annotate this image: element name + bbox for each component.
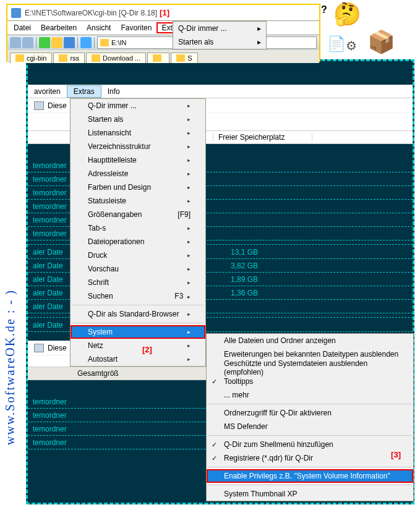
folder-icon	[59, 54, 67, 62]
mi-statusleiste[interactable]: Statusleiste▸	[71, 194, 205, 208]
tab-bar: cgi-bin rss Download ... S	[7, 49, 319, 63]
menu-favoriten-partial[interactable]: avoriten	[28, 86, 67, 97]
mi-starten-als[interactable]: Starten als▸	[173, 35, 266, 49]
row-temordner[interactable]: temordner	[33, 411, 156, 420]
app-icon	[11, 8, 21, 18]
col-header-freespace[interactable]: Freier Speicherplatz	[213, 133, 312, 142]
checkmark-icon: ✓	[212, 441, 217, 449]
system-submenu: Alle Dateien und Ordner anzeigen Erweite…	[206, 333, 414, 501]
tb-green-icon[interactable]	[39, 37, 50, 48]
mi-tabs[interactable]: Tab-s▸	[71, 221, 205, 235]
panel-menubar: avoriten Extras Info	[28, 85, 413, 98]
annotation-3: [3]	[391, 450, 401, 459]
menu-ansicht[interactable]: Ansicht	[82, 22, 116, 33]
annotation-2: [2]	[142, 345, 152, 354]
annotation-1: [1]	[160, 8, 169, 17]
mi-tooltipps[interactable]: ✓Tooltipps	[207, 375, 413, 388]
folder-icon	[100, 39, 109, 46]
mi-ordnerzugriff[interactable]: Ordnerzugriff für Q-Dir aktivieren	[207, 406, 413, 420]
mi-suchen[interactable]: SuchenF3 ▸	[71, 289, 205, 303]
mi-autostart[interactable]: Autostart▸	[71, 352, 205, 366]
menu-bearbeiten[interactable]: Bearbeiten	[36, 22, 82, 33]
mi-mehr[interactable]: ... mehr	[207, 388, 413, 402]
mi-thumbnail-xp[interactable]: System Thumbnail XP	[207, 487, 413, 501]
mi-enable-privilegs[interactable]: Enable Privilegs z.B. "System Volume Inf…	[207, 469, 413, 483]
mi-adressleiste[interactable]: Adressleiste▸	[71, 167, 205, 181]
row-temordner[interactable]: temordner	[33, 438, 156, 447]
tab-download[interactable]: Download ...	[86, 53, 146, 63]
mi-verzeichnis[interactable]: Verzeichnisstruktur▸	[71, 140, 205, 153]
mi-netz[interactable]: Netz▸	[71, 339, 205, 352]
folder-icon	[176, 54, 185, 62]
window-title: E:\INET\SoftwareOK\cgi-bin [Q-Dir 8.18]	[25, 9, 157, 17]
folder-icon	[15, 54, 24, 62]
refresh-button[interactable]	[80, 37, 92, 48]
tab-cgi-bin[interactable]: cgi-bin	[10, 53, 52, 63]
mi-schrift[interactable]: Schrift▸	[71, 276, 205, 289]
mi-alle-dateien[interactable]: Alle Dateien und Ordner anzeigen	[207, 334, 413, 347]
mi-qdir-immer[interactable]: Q-Dir immer ...▸	[173, 22, 266, 35]
mi-farben[interactable]: Farben und Design▸	[71, 181, 205, 194]
menu-datei[interactable]: Datei	[9, 22, 36, 33]
side-watermark-text: www.SoftwareOK.de : - )	[3, 74, 17, 445]
tb-blue-icon[interactable]	[64, 37, 75, 48]
pc-icon	[34, 101, 44, 110]
extras-submenu-preview: Q-Dir immer ...▸ Starten als▸	[173, 21, 267, 49]
menu-favoriten[interactable]: Favoriten	[116, 22, 156, 33]
mi-shellmenu[interactable]: ✓Q-Dir zum Shellmenü hinzufügen	[207, 438, 413, 451]
checkmark-icon: ✓	[212, 454, 217, 462]
mi-vorschau[interactable]: Vorschau▸	[71, 262, 205, 276]
tab-5[interactable]: S	[171, 53, 197, 63]
menu-extras-open[interactable]: Extras	[67, 85, 101, 98]
mi-starten-als[interactable]: Starten als▸	[71, 113, 205, 126]
mi-listenansicht[interactable]: Listenansicht▸	[71, 126, 205, 140]
mi-druck[interactable]: Druck▸	[71, 249, 205, 262]
mi-standard-browser[interactable]: Q-Dir als Standard-Browser▸	[71, 307, 205, 321]
titlebar: E:\INET\SoftwareOK\cgi-bin [Q-Dir 8.18] …	[7, 5, 319, 21]
mi-defender[interactable]: MS Defender	[207, 420, 413, 433]
folder-icon	[153, 54, 161, 62]
forward-button[interactable]	[22, 37, 33, 48]
mi-qdir-immer[interactable]: Q-Dir immer ...▸	[71, 99, 205, 113]
row-temordner[interactable]: temordner	[33, 397, 156, 406]
mi-system[interactable]: System▸	[71, 325, 205, 339]
top-window: E:\INET\SoftwareOK\cgi-bin [Q-Dir 8.18] …	[6, 4, 320, 62]
folder-icon	[92, 54, 100, 62]
mi-dateiop[interactable]: Dateioperationen▸	[71, 235, 205, 249]
tab-rss[interactable]: rss	[53, 53, 85, 63]
mascot-graphic: ? ? 🤔 📄 ⚙ 📦	[321, 1, 414, 63]
checkmark-icon: ✓	[212, 378, 217, 386]
menu-info[interactable]: Info	[101, 86, 126, 97]
mi-groessen[interactable]: Größenangaben[F9]	[71, 208, 205, 221]
mi-geschuetzte[interactable]: Geschützte und Systemdateien ausblenden …	[207, 361, 413, 375]
pc-icon	[34, 344, 44, 352]
extras-menu: Q-Dir immer ...▸ Starten als▸ Listenansi…	[70, 98, 206, 367]
tb-yellow-icon[interactable]	[51, 37, 62, 48]
mi-haupttitel[interactable]: Haupttitelleiste▸	[71, 153, 205, 167]
back-button[interactable]	[10, 37, 21, 48]
menubar: Datei Bearbeiten Ansicht Favoriten Extra…	[7, 21, 319, 35]
toolbar: E:\IN	[7, 35, 319, 49]
mi-registriere[interactable]: ✓Registriere (*.qdr) für Q-Dir	[207, 451, 413, 465]
row-temordner[interactable]: temordner	[33, 425, 156, 433]
tab-4[interactable]	[147, 53, 169, 63]
